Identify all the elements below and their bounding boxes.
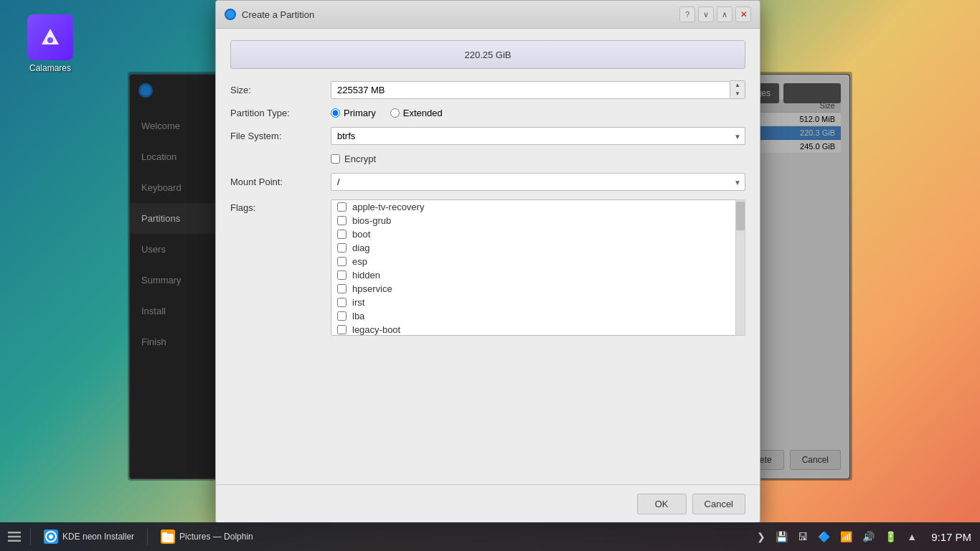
mount-point-select[interactable]: / /boot /home /var swap xyxy=(331,173,745,191)
flag-apple-tv-recovery[interactable]: apple-tv-recovery xyxy=(331,200,745,214)
flags-container-wrapper: apple-tv-recovery bios-grub boot di xyxy=(331,199,745,336)
extended-radio-option[interactable]: Extended xyxy=(390,108,443,118)
flag-esp-label: esp xyxy=(352,256,367,267)
taskbar-dolphin-label: Pictures — Dolphin xyxy=(179,532,253,542)
dialog-titlebar: Create a Partition ? ∨ ∧ ✕ xyxy=(216,1,760,29)
taskbar-left: KDE neon Installer Pictures — Dolphin xyxy=(0,522,262,551)
svg-point-5 xyxy=(49,534,53,539)
calamares-icon xyxy=(27,14,73,60)
flag-boot[interactable]: boot xyxy=(331,227,745,241)
flag-hpservice[interactable]: hpservice xyxy=(331,282,745,296)
size-label: Size: xyxy=(230,85,331,95)
calamares-icon-label: Calamares xyxy=(29,63,71,73)
flag-bios-grub-label: bios-grub xyxy=(352,215,391,226)
calamares-desktop-icon[interactable]: Calamares xyxy=(22,14,79,73)
encrypt-row: Encrypt xyxy=(331,154,745,164)
create-partition-dialog: Create a Partition ? ∨ ∧ ✕ 220.25 GiB Si… xyxy=(215,0,760,524)
flag-apple-tv-recovery-label: apple-tv-recovery xyxy=(352,202,424,212)
installer-app-icon xyxy=(44,529,58,544)
extended-radio[interactable] xyxy=(390,108,400,118)
taskbar-chevron-icon[interactable]: ▲ xyxy=(904,531,920,542)
taskbar-systray: ❯ 💾 🖫 🔷 📶 🔊 🔋 ▲ xyxy=(754,531,920,542)
taskbar-separator-2 xyxy=(147,528,148,545)
flag-bios-grub-checkbox[interactable] xyxy=(337,216,347,225)
flag-diag[interactable]: diag xyxy=(331,241,745,255)
taskbar-app-installer[interactable]: KDE neon Installer xyxy=(35,522,143,551)
taskbar-menu-button[interactable] xyxy=(3,522,26,551)
flag-bios-grub[interactable]: bios-grub xyxy=(331,214,745,227)
flags-row: Flags: apple-tv-recovery bios-grub xyxy=(230,199,745,336)
flag-legacy-boot-label: legacy-boot xyxy=(352,324,400,335)
primary-label: Primary xyxy=(344,108,376,118)
flag-legacy-boot-checkbox[interactable] xyxy=(337,325,347,334)
flag-irst[interactable]: irst xyxy=(331,296,745,309)
flag-boot-label: boot xyxy=(352,229,370,240)
dialog-buttons: OK Cancel xyxy=(216,484,760,523)
size-input-wrap: ▲ ▼ xyxy=(331,80,745,99)
size-decrease-button[interactable]: ▼ xyxy=(730,90,745,98)
primary-radio[interactable] xyxy=(331,108,340,118)
flag-diag-checkbox[interactable] xyxy=(337,243,347,253)
flags-scrollbar[interactable] xyxy=(735,199,745,336)
minimize-button[interactable]: ∨ xyxy=(698,6,714,22)
flag-hidden-checkbox[interactable] xyxy=(337,270,347,280)
taskbar-drive-icon[interactable]: 💾 xyxy=(773,531,791,542)
flag-hidden[interactable]: hidden xyxy=(331,268,745,282)
dialog-cancel-button[interactable]: Cancel xyxy=(692,494,745,514)
size-input[interactable] xyxy=(331,81,730,99)
flags-container[interactable]: apple-tv-recovery bios-grub boot di xyxy=(331,199,745,336)
flag-legacy-boot[interactable]: legacy-boot xyxy=(331,323,745,336)
taskbar-right: ❯ 💾 🖫 🔷 📶 🔊 🔋 ▲ 9:17 PM xyxy=(754,531,980,543)
flag-esp-checkbox[interactable] xyxy=(337,257,347,266)
flag-lba-checkbox[interactable] xyxy=(337,311,347,321)
flag-irst-checkbox[interactable] xyxy=(337,298,347,307)
encrypt-checkbox[interactable] xyxy=(331,154,340,164)
size-increase-button[interactable]: ▲ xyxy=(730,81,745,90)
dialog-title: Create a Partition xyxy=(242,9,314,20)
partition-size-bar: 220.25 GiB xyxy=(230,40,745,69)
taskbar-expand-icon[interactable]: ❯ xyxy=(754,531,768,542)
extended-label: Extended xyxy=(403,108,443,118)
taskbar-save-icon[interactable]: 🖫 xyxy=(795,531,811,542)
ok-button[interactable]: OK xyxy=(637,494,687,514)
help-button[interactable]: ? xyxy=(679,6,695,22)
mount-point-row: Mount Point: / /boot /home /var swap ▼ xyxy=(230,173,745,191)
flag-boot-checkbox[interactable] xyxy=(337,230,347,239)
close-button[interactable]: ✕ xyxy=(735,6,751,22)
flag-hpservice-checkbox[interactable] xyxy=(337,284,347,293)
taskbar-installer-label: KDE neon Installer xyxy=(62,532,134,542)
svg-rect-1 xyxy=(8,532,21,534)
flag-esp[interactable]: esp xyxy=(331,255,745,268)
flag-apple-tv-recovery-checkbox[interactable] xyxy=(337,202,347,212)
flag-hidden-label: hidden xyxy=(352,270,380,281)
encrypt-label[interactable]: Encrypt xyxy=(344,154,376,164)
flag-irst-label: irst xyxy=(352,297,364,308)
taskbar-volume-icon[interactable]: 🔊 xyxy=(859,531,877,542)
taskbar-separator-1 xyxy=(30,528,31,545)
taskbar-bluetooth-icon[interactable]: 🔷 xyxy=(815,531,833,542)
svg-rect-2 xyxy=(8,536,21,538)
mount-point-label: Mount Point: xyxy=(230,176,331,187)
partition-type-radios: Primary Extended xyxy=(331,108,443,118)
taskbar-network-icon[interactable]: 📶 xyxy=(837,531,855,542)
file-system-row: File System: btrfs ext4 ext3 ext2 fat32 … xyxy=(230,127,745,145)
partition-type-label: Partition Type: xyxy=(230,108,331,118)
svg-rect-7 xyxy=(162,532,167,535)
dolphin-app-icon xyxy=(161,529,175,544)
file-system-select[interactable]: btrfs ext4 ext3 ext2 fat32 linux-swap xf… xyxy=(331,127,745,145)
taskbar-battery-icon[interactable]: 🔋 xyxy=(882,531,900,542)
taskbar: KDE neon Installer Pictures — Dolphin ❯ … xyxy=(0,522,980,551)
taskbar-clock[interactable]: 9:17 PM xyxy=(925,531,971,543)
maximize-button[interactable]: ∧ xyxy=(717,6,732,22)
flags-scrollbar-thumb xyxy=(736,202,745,230)
mount-point-dropdown-wrapper: / /boot /home /var swap ▼ xyxy=(331,173,745,191)
size-row: Size: ▲ ▼ xyxy=(230,80,745,99)
primary-radio-option[interactable]: Primary xyxy=(331,108,376,118)
svg-rect-3 xyxy=(8,540,21,542)
taskbar-app-dolphin[interactable]: Pictures — Dolphin xyxy=(152,522,262,551)
flags-label: Flags: xyxy=(230,199,331,213)
size-spinner: ▲ ▼ xyxy=(730,80,745,99)
file-system-dropdown-wrapper: btrfs ext4 ext3 ext2 fat32 linux-swap xf… xyxy=(331,127,745,145)
flag-lba[interactable]: lba xyxy=(331,309,745,323)
file-system-label: File System: xyxy=(230,131,331,141)
